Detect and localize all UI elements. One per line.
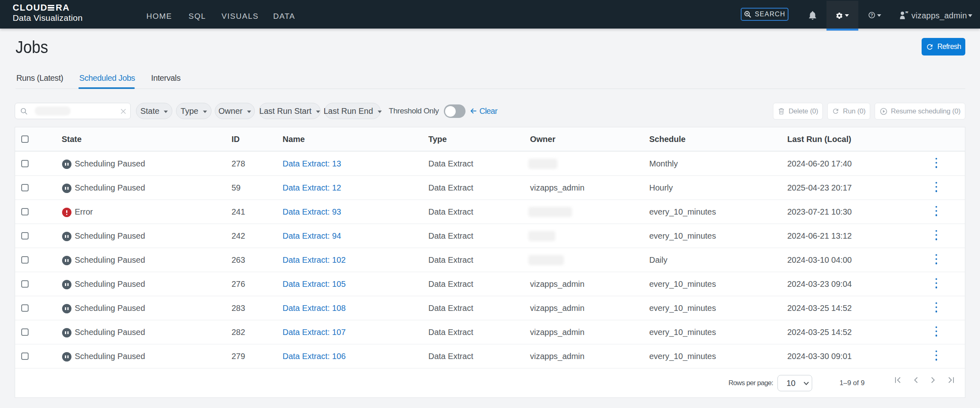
- svg-text:*: *: [905, 11, 909, 18]
- svg-text:?: ?: [871, 13, 873, 18]
